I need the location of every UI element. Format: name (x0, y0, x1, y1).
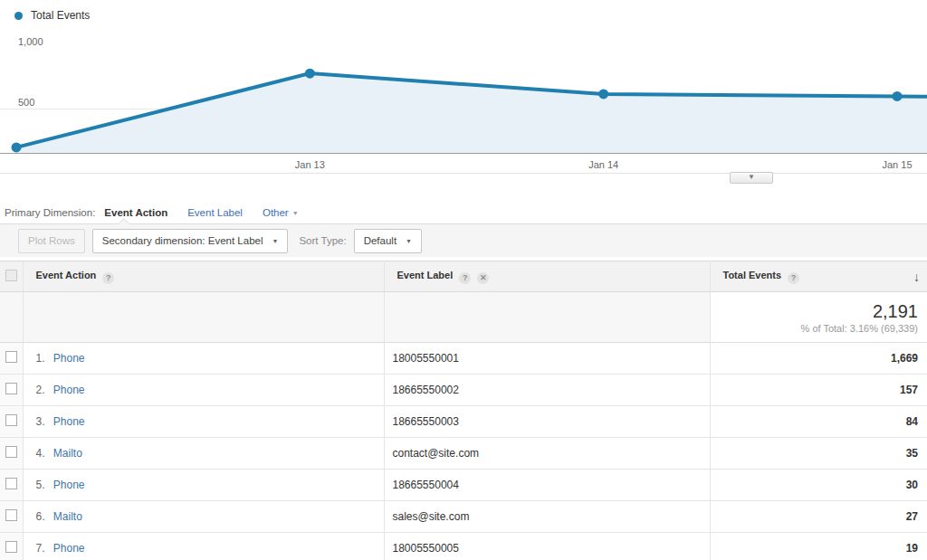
x-axis-tick: Jan 14 (588, 159, 618, 170)
help-icon[interactable]: ? (788, 272, 799, 284)
plot-rows-button: Plot Rows (18, 229, 85, 253)
summary-checkbox-cell (0, 292, 23, 343)
event-label-cell: contact@site.com (384, 438, 710, 470)
column-header-event-label[interactable]: Event Label?✕ (384, 261, 710, 292)
row-checkbox-cell (0, 343, 23, 375)
events-table: Event Action? Event Label?✕ Total Events… (0, 261, 927, 560)
x-axis-tick: Jan 15 (882, 159, 912, 170)
area-chart-svg (0, 0, 927, 174)
primary-dimension-label: Primary Dimension: (5, 207, 95, 218)
event-action-cell: 3. Phone (23, 406, 384, 438)
event-action-link[interactable]: Phone (53, 384, 85, 396)
row-checkbox-cell (0, 438, 23, 470)
row-checkbox[interactable] (5, 509, 17, 521)
event-action-cell: 2. Phone (23, 375, 384, 406)
x-axis-tick: Jan 13 (295, 159, 325, 170)
column-header-event-action[interactable]: Event Action? (23, 261, 384, 292)
secondary-dimension-value: Secondary dimension: Event Label (102, 235, 263, 246)
event-action-cell: 1. Phone (23, 343, 384, 375)
total-events-cell: 30 (710, 470, 927, 501)
event-action-link[interactable]: Phone (53, 542, 85, 555)
event-action-cell: 4. Mailto (23, 438, 384, 470)
dimension-tab-other[interactable]: Other▼ (263, 207, 299, 218)
timeline-chart: Total Events 1,000 500 Jan 13Jan 14Jan 1… (0, 0, 927, 185)
chart-point (12, 142, 22, 152)
row-checkbox-cell (0, 470, 23, 501)
table-row: 6. Mailto sales@site.com 27 (0, 501, 927, 533)
row-rank: 6. (24, 510, 51, 523)
table-row: 3. Phone 18665550003 84 (0, 406, 927, 438)
summary-total-cell: 2,191 % of Total: 3.16% (69,339) (710, 292, 927, 343)
select-all-checkbox[interactable] (5, 270, 17, 281)
sort-type-value: Default (364, 235, 397, 246)
sort-descending-icon[interactable]: ↓ (913, 270, 920, 284)
chevron-down-icon: ▼ (406, 238, 412, 244)
secondary-dimension-dropdown[interactable]: Secondary dimension: Event Label ▼ (92, 229, 289, 253)
chart-point (892, 91, 902, 101)
remove-secondary-dimension-icon[interactable]: ✕ (477, 272, 489, 284)
table-row: 4. Mailto contact@site.com 35 (0, 438, 927, 470)
dimension-tab-event-label[interactable]: Event Label (187, 207, 243, 218)
chart-point (598, 89, 608, 99)
total-events-cell: 1,669 (710, 343, 927, 375)
sort-type-dropdown[interactable]: Default ▼ (354, 229, 422, 253)
event-label-cell: 18005550001 (384, 343, 710, 375)
table-header-row: Event Action? Event Label?✕ Total Events… (0, 261, 927, 292)
table-toolbar: Plot Rows Secondary dimension: Event Lab… (0, 223, 927, 257)
row-rank: 1. (24, 352, 51, 365)
row-checkbox[interactable] (5, 351, 17, 363)
event-label-cell: 18665550002 (384, 375, 710, 406)
event-action-link[interactable]: Phone (53, 415, 85, 428)
primary-dimension-bar: Primary Dimension: Event Action Event La… (0, 185, 927, 223)
row-checkbox-cell (0, 501, 23, 533)
event-label-cell: sales@site.com (384, 501, 710, 533)
chevron-down-icon: ▼ (292, 210, 299, 216)
chart-separator (0, 173, 927, 174)
table-summary-row: 2,191 % of Total: 3.16% (69,339) (0, 292, 927, 343)
event-action-link[interactable]: Mailto (53, 510, 82, 523)
event-label-cell: 18665550004 (384, 470, 710, 501)
table-row: 5. Phone 18665550004 30 (0, 470, 927, 501)
row-checkbox[interactable] (5, 414, 17, 426)
total-events-cell: 157 (710, 375, 927, 406)
event-label-cell: 18005550005 (384, 533, 710, 560)
table-row: 1. Phone 18005550001 1,669 (0, 343, 927, 375)
dimension-tab-event-action[interactable]: Event Action (104, 207, 167, 218)
event-action-cell: 5. Phone (23, 470, 384, 501)
row-rank: 2. (24, 384, 51, 396)
column-header-total-events[interactable]: Total Events? ↓ (710, 261, 927, 292)
event-action-cell: 7. Phone (23, 533, 384, 560)
row-rank: 7. (24, 542, 51, 555)
row-rank: 4. (24, 447, 51, 460)
row-rank: 3. (24, 415, 51, 428)
help-icon[interactable]: ? (102, 272, 114, 284)
row-checkbox[interactable] (5, 478, 17, 489)
summary-total-value: 2,191 (711, 300, 919, 323)
row-checkbox[interactable] (5, 383, 17, 394)
row-checkbox-cell (0, 375, 23, 406)
event-action-link[interactable]: Phone (53, 479, 85, 491)
row-rank: 5. (24, 479, 51, 491)
row-checkbox[interactable] (5, 446, 17, 458)
summary-percent-of-total: % of Total: 3.16% (69,339) (711, 323, 919, 334)
row-checkbox-cell (0, 533, 23, 560)
help-icon[interactable]: ? (459, 272, 471, 284)
table-row: 7. Phone 18005550005 19 (0, 533, 927, 560)
event-action-link[interactable]: Mailto (53, 447, 82, 460)
total-events-cell: 35 (710, 438, 927, 470)
total-events-cell: 19 (710, 533, 927, 560)
chart-collapse-button[interactable]: ▼ (730, 172, 773, 184)
row-checkbox[interactable] (5, 541, 17, 553)
selected-tab-notch (118, 218, 130, 224)
table-body: 1. Phone 18005550001 1,669 2. Phone 1866… (0, 343, 927, 560)
total-events-cell: 27 (710, 501, 927, 533)
summary-label-cell (384, 292, 710, 343)
row-checkbox-cell (0, 406, 23, 438)
event-action-link[interactable]: Phone (53, 352, 85, 365)
event-action-cell: 6. Mailto (23, 501, 384, 533)
chevron-down-icon: ▼ (272, 238, 279, 244)
chart-point (305, 69, 315, 79)
sort-type-label: Sort Type: (299, 235, 346, 246)
select-all-checkbox-cell (0, 261, 23, 292)
table-row: 2. Phone 18665550002 157 (0, 375, 927, 406)
